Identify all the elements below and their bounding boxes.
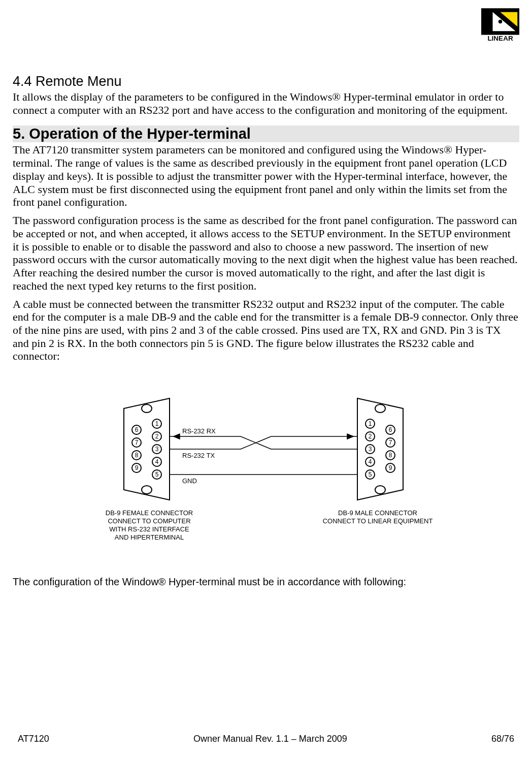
- paragraph-4-4-1: It allows the display of the parameters …: [13, 90, 519, 116]
- paragraph-post-figure: The configuration of the Window® Hyper-t…: [13, 576, 519, 588]
- caption-left-2: CONNECT TO COMPUTER: [108, 517, 190, 525]
- svg-point-27: [375, 486, 385, 494]
- caption-right-2: CONNECT TO LINEAR EQUIPMENT: [323, 517, 433, 525]
- svg-text:8: 8: [389, 452, 392, 459]
- footer-model: AT7120: [18, 734, 49, 744]
- svg-marker-47: [347, 434, 353, 439]
- svg-text:9: 9: [389, 464, 392, 471]
- label-rs232-tx: RS-232 TX: [182, 452, 215, 459]
- paragraph-5-1: The AT7120 transmitter system parameters…: [13, 143, 519, 209]
- svg-text:7: 7: [135, 439, 139, 446]
- svg-text:9: 9: [135, 464, 139, 471]
- svg-text:2: 2: [155, 433, 159, 440]
- svg-text:3: 3: [369, 446, 372, 453]
- figure-rs232-cable: 1 2 3 4 5 6 7 8 9: [13, 388, 519, 551]
- footer-page: 68/76: [491, 734, 514, 744]
- svg-text:2: 2: [369, 433, 372, 440]
- svg-text:3: 3: [155, 446, 159, 453]
- content-area: 4.4 Remote Menu It allows the display of…: [13, 74, 519, 723]
- svg-text:6: 6: [389, 426, 392, 433]
- svg-text:5: 5: [155, 471, 159, 478]
- caption-left-1: DB-9 FEMALE CONNECTOR: [106, 509, 193, 517]
- svg-text:5: 5: [369, 471, 372, 478]
- heading-5: 5. Operation of the Hyper-terminal: [13, 125, 519, 142]
- caption-right-1: DB-9 MALE CONNECTOR: [338, 509, 417, 517]
- label-rs232-rx: RS-232 RX: [182, 427, 216, 435]
- paragraph-5-2: The password configuration process is th…: [13, 214, 519, 292]
- svg-point-26: [375, 404, 385, 413]
- caption-left-4: AND HIPERTERMINAL: [115, 533, 184, 541]
- svg-text:LINEAR: LINEAR: [487, 35, 513, 42]
- svg-point-3: [498, 20, 503, 24]
- svg-point-6: [142, 404, 152, 413]
- svg-text:4: 4: [155, 458, 159, 465]
- linear-logo-icon: LINEAR: [481, 8, 519, 43]
- paragraph-5-3: A cable must be connected between the tr…: [13, 298, 519, 363]
- svg-text:4: 4: [369, 458, 372, 465]
- page-footer: AT7120 Owner Manual Rev. 1.1 – March 200…: [13, 723, 519, 757]
- caption-left-3: WITH RS-232 INTERFACE: [109, 525, 189, 533]
- svg-text:6: 6: [135, 426, 139, 433]
- svg-marker-46: [174, 434, 180, 439]
- heading-4-4: 4.4 Remote Menu: [13, 74, 519, 89]
- rs232-diagram-svg: 1 2 3 4 5 6 7 8 9: [88, 388, 444, 551]
- svg-text:7: 7: [389, 439, 392, 446]
- svg-text:1: 1: [369, 420, 372, 427]
- svg-point-7: [142, 486, 152, 494]
- footer-center: Owner Manual Rev. 1.1 – March 2009: [193, 734, 347, 744]
- svg-text:1: 1: [155, 420, 159, 427]
- svg-text:8: 8: [135, 452, 139, 459]
- label-gnd: GND: [182, 477, 197, 485]
- header-logo-row: LINEAR: [13, 8, 519, 43]
